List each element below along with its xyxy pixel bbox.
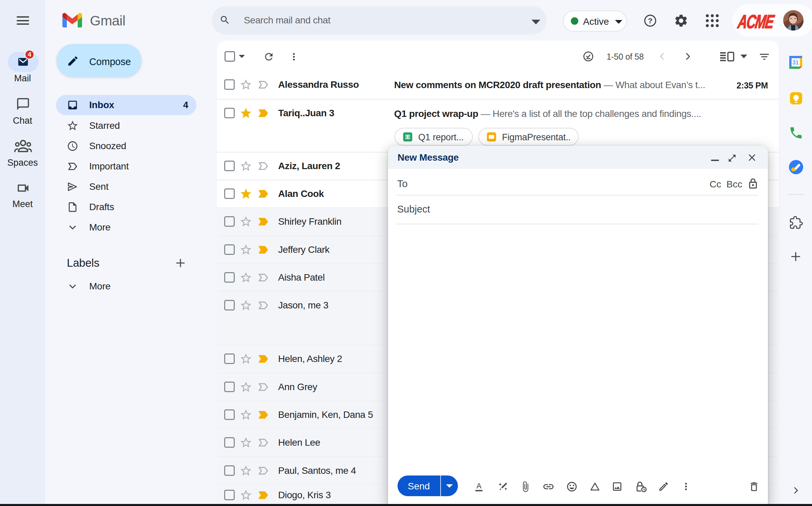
svg-text:31: 31 [792, 59, 799, 66]
svg-text:?: ? [648, 17, 652, 25]
svg-text:A: A [476, 482, 481, 490]
